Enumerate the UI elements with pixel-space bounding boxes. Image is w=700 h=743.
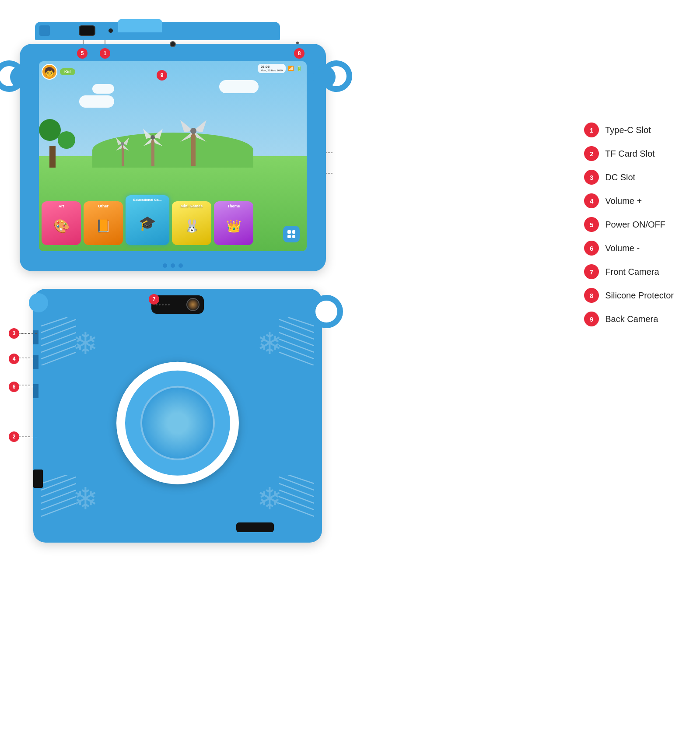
snowflake-br: ❄ <box>257 484 283 514</box>
svg-line-53 <box>41 477 76 490</box>
callout-6: 6 <box>9 382 37 392</box>
user-label: Kid <box>60 68 75 75</box>
callout-4: 4 <box>9 354 37 364</box>
svg-line-44 <box>41 352 76 365</box>
svg-line-62 <box>279 497 314 510</box>
tf-card-slot <box>33 470 43 488</box>
annotation-3: 3 DC Slot <box>584 170 674 185</box>
front-camera-module <box>151 295 204 314</box>
ribs-tl <box>41 317 76 365</box>
svg-line-63 <box>279 503 314 516</box>
annotation-4: 4 Volume + <box>584 193 674 208</box>
svg-line-55 <box>41 490 76 503</box>
avatar: 🧒 <box>42 64 57 80</box>
top-camera-dot <box>108 28 113 33</box>
power-button <box>39 25 50 36</box>
front-camera-lens <box>186 298 200 311</box>
back-ear-tl <box>29 293 48 312</box>
svg-point-25 <box>121 142 124 146</box>
svg-line-50 <box>279 346 314 359</box>
svg-line-61 <box>279 490 314 503</box>
callout-5: 5 <box>77 48 88 59</box>
svg-line-40 <box>41 326 76 339</box>
svg-rect-32 <box>191 131 196 166</box>
app-mini-icon: 🐰 <box>184 219 200 233</box>
snowflake-tl: ❄ <box>73 328 98 359</box>
app-theme-label: Theme <box>214 204 253 208</box>
windmill2 <box>141 126 165 168</box>
svg-point-31 <box>150 135 155 140</box>
bottom-port <box>236 522 274 532</box>
svg-line-47 <box>279 326 314 339</box>
app-educational[interactable]: Educational Ga... 🎓 <box>126 195 169 245</box>
status-clock: 03:05 Mon, 25 Nov 2019 <box>258 64 286 73</box>
status-bar: 03:05 Mon, 25 Nov 2019 📶 🔋 <box>258 64 302 73</box>
svg-line-51 <box>279 352 314 365</box>
app-other[interactable]: Other 📙 <box>84 201 123 245</box>
callout-9-top: 9 <box>157 70 167 81</box>
cloud1a <box>92 84 114 94</box>
tablet-back-section: ❄ ❄ ❄ ❄ ❄ <box>20 289 329 551</box>
app-mini-games[interactable]: Mini Games 🐰 <box>172 201 211 245</box>
tree-trunk-l <box>49 146 56 168</box>
app-edu-icon: 🎓 <box>139 215 156 231</box>
tablet-screen: 03:05 Mon, 25 Nov 2019 📶 🔋 🧒 Kid Art 🎨 <box>39 61 307 251</box>
cloud1 <box>79 95 114 108</box>
svg-line-57 <box>41 503 76 516</box>
big-camera-lens <box>140 386 215 460</box>
app-art-label: Art <box>42 204 81 208</box>
svg-line-54 <box>41 484 76 497</box>
tree-top-l2 <box>58 131 75 149</box>
app-other-label: Other <box>84 204 123 208</box>
svg-line-43 <box>41 346 76 359</box>
ribs-tr <box>279 317 314 365</box>
battery-icon: 🔋 <box>296 66 302 71</box>
windmill1 <box>114 135 131 168</box>
svg-rect-26 <box>151 137 154 166</box>
tablet-back-body: ❄ ❄ ❄ ❄ ❄ <box>33 289 322 543</box>
callout-7: 7 <box>149 294 159 305</box>
annotation-8: 8 Silicone Protector <box>584 288 674 303</box>
svg-line-56 <box>41 497 76 510</box>
annotations-panel: 1 Type-C Slot 2 TF Card Slot 3 DC Slot 4… <box>584 123 674 326</box>
annotation-5: 5 Power ON/OFF <box>584 217 674 232</box>
svg-line-42 <box>41 339 76 352</box>
app-edu-label: Educational Ga... <box>126 198 169 202</box>
windmill3 <box>178 118 209 168</box>
connector <box>118 19 162 32</box>
svg-line-60 <box>279 484 314 497</box>
app-theme[interactable]: Theme 👑 <box>214 201 253 245</box>
svg-line-48 <box>279 333 314 346</box>
svg-line-46 <box>279 319 314 333</box>
snowflake-tr: ❄ <box>257 328 283 359</box>
cloud2 <box>219 80 259 93</box>
menu-button[interactable] <box>283 226 300 242</box>
ear-right <box>313 66 336 88</box>
user-info: 🧒 Kid <box>42 64 75 80</box>
snowflake-bl: ❄ <box>73 484 98 514</box>
big-camera-ring-outer <box>116 362 239 484</box>
annotation-2: 2 TF Card Slot <box>584 146 674 161</box>
annotation-9: 9 Back Camera <box>584 312 674 326</box>
app-theme-icon: 👑 <box>226 219 242 233</box>
bezel-dots <box>163 263 183 268</box>
usb-port <box>79 25 95 36</box>
annotation-1: 1 Type-C Slot <box>584 123 674 137</box>
app-mini-label: Mini Games <box>172 204 211 208</box>
app-art-icon: 🎨 <box>53 218 70 234</box>
back-camera <box>170 41 176 47</box>
callout-3: 3 <box>9 328 37 339</box>
app-art[interactable]: Art 🎨 <box>42 201 81 245</box>
main-container: 03:05 Mon, 25 Nov 2019 📶 🔋 🧒 Kid Art 🎨 <box>0 0 700 743</box>
svg-line-39 <box>41 319 76 333</box>
ribs-br <box>279 475 314 519</box>
svg-line-49 <box>279 339 314 352</box>
ribs-bl <box>41 475 76 519</box>
annotation-7: 7 Front Camera <box>584 264 674 279</box>
app-other-icon: 📙 <box>96 219 111 233</box>
svg-line-59 <box>279 477 314 490</box>
callout-1-top: 1 <box>100 48 110 59</box>
big-camera-ring-mid <box>125 371 230 476</box>
back-ring-tr <box>310 295 343 328</box>
menu-grid <box>287 230 295 238</box>
